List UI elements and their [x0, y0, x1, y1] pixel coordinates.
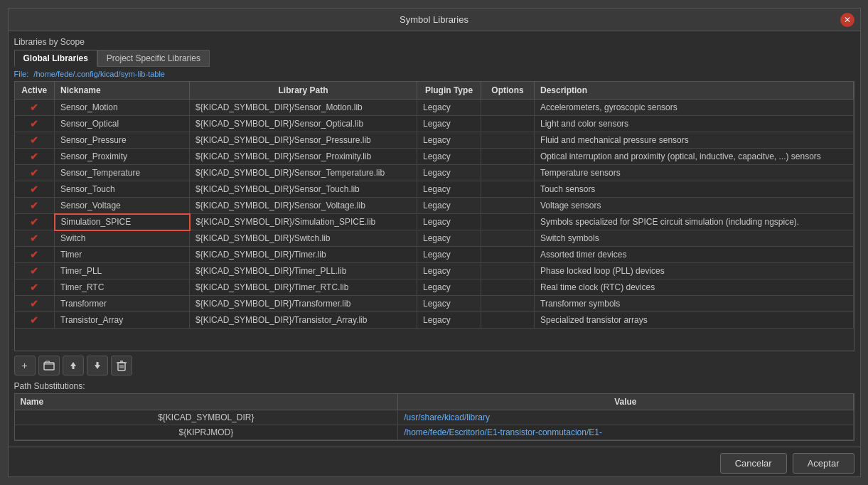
- table-row[interactable]: ✔Sensor_Optical${KICAD_SYMBOL_DIR}/Senso…: [15, 116, 854, 132]
- active-cell: ✔: [15, 263, 55, 279]
- options-cell: [481, 165, 535, 181]
- options-cell: [481, 100, 535, 116]
- active-cell: ✔: [15, 312, 55, 329]
- options-cell: [481, 312, 535, 329]
- path-cell: ${KICAD_SYMBOL_DIR}/Timer_PLL.lib: [190, 263, 417, 279]
- table-row[interactable]: ✔Timer_PLL${KICAD_SYMBOL_DIR}/Timer_PLL.…: [15, 263, 854, 279]
- delete-library-button[interactable]: [111, 356, 132, 375]
- bottom-bar: Cancelar Aceptar: [9, 447, 860, 476]
- path-table-container[interactable]: Name Value ${KICAD_SYMBOL_DIR}/usr/share…: [14, 393, 854, 441]
- description-cell: Specialized transistor arrays: [535, 312, 854, 329]
- nickname-cell: Sensor_Optical: [55, 116, 190, 132]
- path-col-value: Value: [398, 394, 853, 410]
- plugin-cell: Legacy: [417, 296, 481, 312]
- options-cell: [481, 132, 535, 149]
- nickname-cell: Timer_RTC: [55, 279, 190, 296]
- close-button[interactable]: ✕: [840, 13, 854, 27]
- file-path-value: /home/fede/.config/kicad/sym-lib-table: [33, 70, 165, 78]
- library-table-container[interactable]: Active Nickname Library Path Plugin Type…: [14, 81, 854, 351]
- col-header-options: Options: [481, 82, 535, 100]
- svg-rect-1: [72, 366, 74, 369]
- options-cell: [481, 181, 535, 198]
- plugin-cell: Legacy: [417, 214, 481, 230]
- table-toolbar: +: [14, 351, 854, 380]
- path-name-cell: ${KICAD_SYMBOL_DIR}: [15, 410, 398, 425]
- table-row[interactable]: ✔Sensor_Motion${KICAD_SYMBOL_DIR}/Sensor…: [15, 100, 854, 116]
- nickname-cell: Sensor_Touch: [55, 181, 190, 198]
- plugin-cell: Legacy: [417, 198, 481, 214]
- table-row[interactable]: ✔Timer${KICAD_SYMBOL_DIR}/Timer.libLegac…: [15, 247, 854, 263]
- check-icon: ✔: [30, 118, 38, 129]
- active-cell: ✔: [15, 279, 55, 296]
- table-row[interactable]: ✔Sensor_Touch${KICAD_SYMBOL_DIR}/Sensor_…: [15, 181, 854, 198]
- add-folder-button[interactable]: [38, 356, 60, 375]
- add-library-button[interactable]: +: [14, 356, 36, 375]
- active-cell: ✔: [15, 132, 55, 149]
- nickname-cell: Timer: [55, 247, 190, 263]
- options-cell: [481, 247, 535, 263]
- path-cell: ${KICAD_SYMBOL_DIR}/Switch.lib: [190, 230, 417, 247]
- options-cell: [481, 279, 535, 296]
- active-cell: ✔: [15, 296, 55, 312]
- table-row[interactable]: ✔Sensor_Temperature${KICAD_SYMBOL_DIR}/S…: [15, 165, 854, 181]
- description-cell: Transformer symbols: [535, 296, 854, 312]
- table-row[interactable]: ✔Timer_RTC${KICAD_SYMBOL_DIR}/Timer_RTC.…: [15, 279, 854, 296]
- table-row[interactable]: ✔Switch${KICAD_SYMBOL_DIR}/Switch.libLeg…: [15, 230, 854, 247]
- move-down-button[interactable]: [87, 356, 108, 375]
- check-icon: ✔: [30, 282, 38, 293]
- table-row[interactable]: ✔Simulation_SPICE${KICAD_SYMBOL_DIR}/Sim…: [15, 214, 854, 230]
- options-cell: [481, 149, 535, 165]
- description-cell: Real time clock (RTC) devices: [535, 279, 854, 296]
- description-cell: Optical interruption and proximity (opti…: [535, 149, 854, 165]
- table-row[interactable]: ✔Sensor_Voltage${KICAD_SYMBOL_DIR}/Senso…: [15, 198, 854, 214]
- plugin-cell: Legacy: [417, 263, 481, 279]
- plugin-cell: Legacy: [417, 116, 481, 132]
- dialog-body: Libraries by Scope Global Libraries Proj…: [9, 31, 860, 447]
- active-cell: ✔: [15, 247, 55, 263]
- table-row[interactable]: ✔Sensor_Pressure${KICAD_SYMBOL_DIR}/Sens…: [15, 132, 854, 149]
- active-cell: ✔: [15, 165, 55, 181]
- path-cell: ${KICAD_SYMBOL_DIR}/Sensor_Voltage.lib: [190, 198, 417, 214]
- table-row[interactable]: ✔Sensor_Proximity${KICAD_SYMBOL_DIR}/Sen…: [15, 149, 854, 165]
- nickname-cell: Timer_PLL: [55, 263, 190, 279]
- path-table-row[interactable]: ${KICAD_SYMBOL_DIR}/usr/share/kicad/libr…: [15, 410, 854, 425]
- table-row[interactable]: ✔Transformer${KICAD_SYMBOL_DIR}/Transfor…: [15, 296, 854, 312]
- description-cell: Assorted timer devices: [535, 247, 854, 263]
- tab-project-specific-libraries[interactable]: Project Specific Libraries: [97, 50, 210, 67]
- path-col-name: Name: [15, 394, 398, 410]
- check-icon: ✔: [30, 151, 38, 162]
- cancel-button[interactable]: Cancelar: [720, 453, 787, 474]
- path-substitutions-label: Path Substitutions:: [14, 381, 854, 391]
- options-cell: [481, 198, 535, 214]
- ok-button[interactable]: Aceptar: [793, 453, 854, 474]
- plugin-cell: Legacy: [417, 279, 481, 296]
- svg-rect-2: [96, 362, 98, 365]
- path-table-row[interactable]: ${KIPRJMOD}/home/fede/Escritorio/E1-tran…: [15, 425, 854, 440]
- library-table: Active Nickname Library Path Plugin Type…: [15, 82, 854, 329]
- description-cell: Voltage sensors: [535, 198, 854, 214]
- check-icon: ✔: [30, 249, 38, 260]
- description-cell: Accelerometers, gyroscopic sensors: [535, 100, 854, 116]
- check-icon: ✔: [30, 102, 38, 113]
- nickname-cell: Sensor_Voltage: [55, 198, 190, 214]
- path-substitutions-table: Name Value ${KICAD_SYMBOL_DIR}/usr/share…: [15, 394, 854, 440]
- scope-label: Libraries by Scope: [14, 37, 854, 47]
- options-cell: [481, 116, 535, 132]
- path-cell: ${KICAD_SYMBOL_DIR}/Sensor_Touch.lib: [190, 181, 417, 198]
- path-cell: ${KICAD_SYMBOL_DIR}/Timer.lib: [190, 247, 417, 263]
- path-cell: ${KICAD_SYMBOL_DIR}/Sensor_Temperature.l…: [190, 165, 417, 181]
- tab-global-libraries[interactable]: Global Libraries: [14, 50, 97, 67]
- description-cell: Phase locked loop (PLL) devices: [535, 263, 854, 279]
- table-row[interactable]: ✔Transistor_Array${KICAD_SYMBOL_DIR}/Tra…: [15, 312, 854, 329]
- active-cell: ✔: [15, 116, 55, 132]
- dialog-title: Symbol Libraries: [400, 14, 468, 25]
- up-arrow-icon: [68, 361, 78, 371]
- plugin-cell: Legacy: [417, 165, 481, 181]
- move-up-button[interactable]: [63, 356, 84, 375]
- path-cell: ${KICAD_SYMBOL_DIR}/Transistor_Array.lib: [190, 312, 417, 329]
- col-header-active: Active: [15, 82, 55, 100]
- description-cell: Light and color sensors: [535, 116, 854, 132]
- active-cell: ✔: [15, 149, 55, 165]
- active-cell: ✔: [15, 230, 55, 247]
- check-icon: ✔: [30, 233, 38, 244]
